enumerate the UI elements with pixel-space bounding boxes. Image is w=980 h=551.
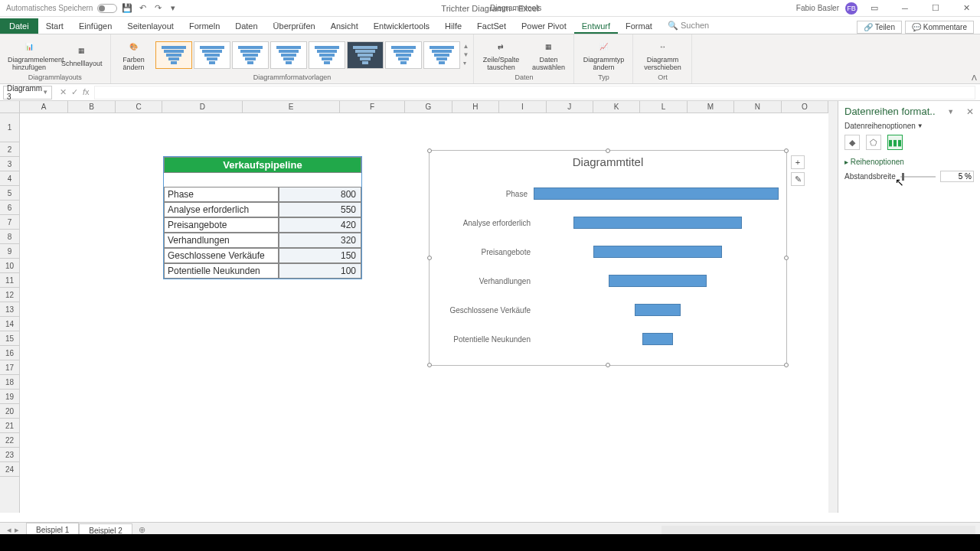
row-header[interactable]: 1: [0, 113, 19, 142]
pane-subtitle[interactable]: Datenreihenoptionen: [844, 122, 916, 130]
row-header[interactable]: 18: [0, 375, 19, 390]
tab-formeln[interactable]: Formeln: [181, 18, 227, 34]
fill-line-tab-icon[interactable]: ◆: [844, 135, 860, 150]
gap-width-input[interactable]: [940, 171, 974, 182]
row-header[interactable]: 3: [0, 157, 19, 171]
tab-format[interactable]: Format: [618, 18, 660, 34]
row-header[interactable]: 20: [0, 404, 19, 419]
table-cell-value[interactable]: 150: [279, 248, 361, 263]
style-scroll-up-icon[interactable]: ▲: [463, 43, 469, 50]
ribbon-options-icon[interactable]: ▭: [861, 0, 888, 17]
row-header[interactable]: 19: [0, 390, 19, 404]
chart-style-2[interactable]: [194, 41, 230, 69]
table-cell-label[interactable]: Preisangebote: [164, 217, 279, 233]
table-cell-value[interactable]: 800: [279, 187, 361, 202]
funnel-chart[interactable]: Diagrammtitel PhaseAnalyse erforderlichP…: [429, 150, 787, 366]
row-header[interactable]: 9: [0, 244, 19, 259]
avatar[interactable]: FB: [845, 2, 858, 15]
col-header[interactable]: B: [68, 101, 115, 112]
funnel-bar[interactable]: [593, 246, 722, 258]
table-cell-label[interactable]: Phase: [164, 187, 279, 202]
row-header[interactable]: 10: [0, 259, 19, 273]
change-colors-button[interactable]: 🎨Farben ändern: [114, 37, 154, 73]
chart-style-4[interactable]: [270, 41, 307, 69]
tab-entwicklertools[interactable]: Entwicklertools: [366, 18, 437, 34]
col-header[interactable]: L: [640, 101, 687, 112]
row-header[interactable]: 8: [0, 230, 19, 244]
row-header[interactable]: 7: [0, 215, 19, 230]
gap-width-slider[interactable]: [900, 176, 936, 178]
qat-more-icon[interactable]: ▾: [168, 3, 178, 14]
autosave-toggle[interactable]: [97, 4, 117, 13]
row-header[interactable]: 22: [0, 433, 19, 448]
row-header[interactable]: 24: [0, 462, 19, 477]
col-header[interactable]: D: [162, 101, 243, 112]
effects-tab-icon[interactable]: ⬠: [866, 135, 881, 150]
chart-style-1[interactable]: [155, 41, 192, 69]
table-cell-label[interactable]: Analyse erforderlich: [164, 202, 279, 217]
table-cell-value[interactable]: 100: [279, 263, 361, 279]
row-header[interactable]: 13: [0, 302, 19, 317]
col-header[interactable]: E: [243, 101, 340, 112]
row-header[interactable]: 6: [0, 201, 19, 215]
vertical-scrollbar[interactable]: [828, 101, 838, 513]
switch-row-col-button[interactable]: ⇄Zeile/Spalte tauschen: [477, 37, 524, 73]
redo-icon[interactable]: ↷: [152, 3, 163, 14]
funnel-bar[interactable]: [609, 275, 707, 287]
chart-styles-icon[interactable]: ✎: [791, 172, 805, 186]
tab-powerpivot[interactable]: Power Pivot: [514, 18, 574, 34]
funnel-bar-row[interactable]: Preisangebote: [437, 237, 779, 266]
select-all-corner[interactable]: [0, 101, 20, 113]
collapse-ribbon-icon[interactable]: ᐱ: [972, 73, 977, 82]
row-header[interactable]: 12: [0, 288, 19, 302]
quick-layout-button[interactable]: ▦Schnelllayout: [57, 41, 107, 69]
col-header[interactable]: M: [688, 101, 734, 112]
add-chart-element-button[interactable]: 📊Diagrammelement hinzufügen: [3, 37, 55, 73]
funnel-bar-row[interactable]: Phase: [437, 179, 779, 208]
table-cell-value[interactable]: 550: [279, 202, 361, 217]
funnel-bar[interactable]: [534, 187, 779, 200]
chart-add-element-icon[interactable]: +: [791, 155, 805, 169]
style-more-icon[interactable]: ▾: [463, 60, 469, 67]
tab-ansicht[interactable]: Ansicht: [323, 18, 366, 34]
accept-formula-icon[interactable]: ✓: [71, 87, 78, 97]
select-data-button[interactable]: ▦Daten auswählen: [526, 37, 570, 73]
fx-icon[interactable]: fx: [83, 87, 90, 97]
column-headers[interactable]: ABCDEFGHIJKLMNO: [20, 101, 828, 113]
col-header[interactable]: H: [452, 101, 499, 112]
chart-style-3[interactable]: [232, 41, 269, 69]
col-header[interactable]: O: [782, 101, 828, 112]
undo-icon[interactable]: ↶: [137, 3, 148, 14]
tab-daten[interactable]: Daten: [227, 18, 265, 34]
col-header[interactable]: K: [593, 101, 640, 112]
row-header[interactable]: 16: [0, 346, 19, 360]
table-cell-label[interactable]: Geschlossene Verkäufe: [164, 248, 279, 263]
minimize-icon[interactable]: ─: [891, 0, 919, 17]
style-scroll-down-icon[interactable]: ▼: [463, 51, 469, 58]
chart-style-7[interactable]: [385, 41, 422, 69]
chart-style-5[interactable]: [309, 41, 345, 69]
col-header[interactable]: G: [405, 101, 452, 112]
formula-input[interactable]: [94, 86, 975, 99]
horizontal-scrollbar[interactable]: [662, 526, 975, 535]
cancel-formula-icon[interactable]: ✕: [60, 87, 67, 97]
name-box[interactable]: Diagramm 3▼: [3, 86, 52, 99]
funnel-bar[interactable]: [635, 304, 681, 316]
col-header[interactable]: A: [20, 101, 68, 112]
pane-close-icon[interactable]: ✕: [966, 106, 974, 117]
col-header[interactable]: I: [499, 101, 546, 112]
funnel-bar-row[interactable]: Potentielle Neukunden: [437, 324, 779, 354]
table-cell-value[interactable]: 320: [279, 233, 361, 248]
col-header[interactable]: J: [547, 101, 593, 112]
row-header[interactable]: 21: [0, 419, 19, 433]
funnel-bar-row[interactable]: Analyse erforderlich: [437, 208, 779, 237]
chart-style-8[interactable]: [423, 41, 460, 69]
close-icon[interactable]: ✕: [952, 0, 980, 17]
row-header[interactable]: 17: [0, 360, 19, 375]
chart-style-6[interactable]: [347, 41, 384, 69]
table-cell-label[interactable]: Potentielle Neukunden: [164, 263, 279, 279]
funnel-bar[interactable]: [573, 217, 742, 229]
funnel-bar-row[interactable]: Verhandlungen: [437, 266, 779, 295]
change-chart-type-button[interactable]: 📈Diagrammtyp ändern: [577, 37, 629, 73]
row-headers[interactable]: 123456789101112131415161718192021222324: [0, 113, 20, 513]
